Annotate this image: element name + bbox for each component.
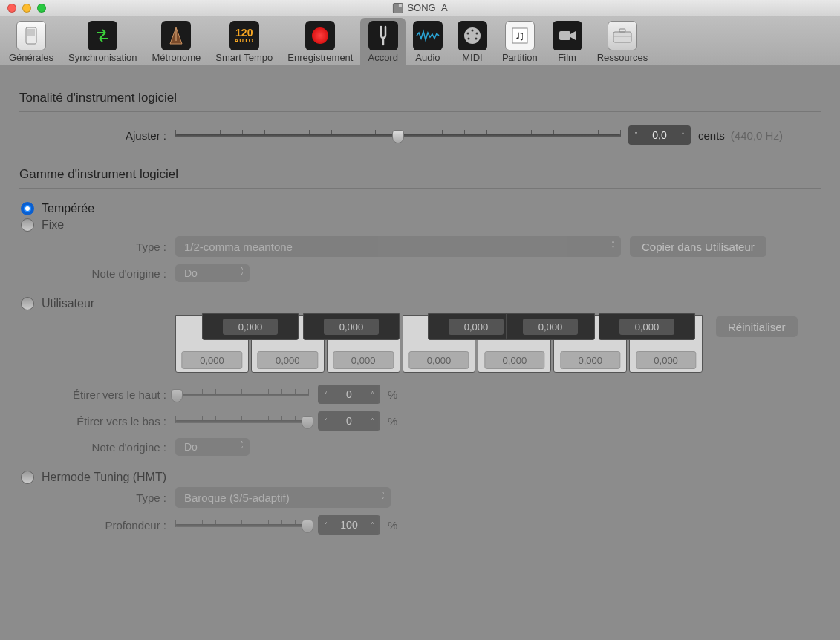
depth-stepper[interactable]: ˅ 100 ˄ xyxy=(318,515,380,535)
stepper-up-icon[interactable]: ˄ xyxy=(368,521,377,529)
freq-readout: (440,0 Hz) xyxy=(731,129,783,142)
svg-rect-13 xyxy=(619,29,625,32)
film-camera-icon xyxy=(553,21,582,50)
stepper-down-icon[interactable]: ˅ xyxy=(321,391,331,399)
stepper-up-icon[interactable]: ˄ xyxy=(678,131,688,140)
tab-enregistrement[interactable]: Enregistrement xyxy=(280,18,360,65)
depth-label: Profondeur : xyxy=(19,519,175,532)
svg-point-7 xyxy=(467,38,469,40)
section-title-tonalite: Tonalité d'instrument logiciel xyxy=(19,91,821,105)
titlebar: SONG_A xyxy=(0,0,840,16)
black-key[interactable]: 0,000 xyxy=(303,313,400,340)
zoom-window-button[interactable] xyxy=(37,4,46,13)
reset-button[interactable]: Réinitialiser xyxy=(716,316,798,337)
window-title: SONG_A xyxy=(407,2,447,13)
black-key[interactable]: 0,000 xyxy=(506,313,595,340)
section-title-gamme: Gamme d'instrument logiciel xyxy=(19,167,821,182)
score-icon: ♫ xyxy=(505,21,535,50)
svg-rect-1 xyxy=(27,29,35,36)
chevron-updown-icon: ˄˅ xyxy=(611,241,615,252)
tab-generales[interactable]: Générales xyxy=(1,18,61,65)
root-note-2-select[interactable]: Do ˄˅ xyxy=(175,438,250,456)
radio-fixe[interactable] xyxy=(21,218,34,232)
black-key[interactable]: 0,000 xyxy=(599,313,695,340)
black-key[interactable]: 0,000 xyxy=(202,313,299,340)
tab-metronome[interactable]: Métronome xyxy=(144,18,208,65)
tempo-icon: 120 AUTO xyxy=(229,21,259,50)
adjust-stepper[interactable]: ˅ 0,0 ˄ xyxy=(628,125,691,145)
tab-partition[interactable]: ♫ Partition xyxy=(495,18,545,65)
stepper-up-icon[interactable]: ˄ xyxy=(368,417,377,425)
audio-waveform-icon xyxy=(413,21,443,50)
stretch-down-stepper[interactable]: ˅ 0 ˄ xyxy=(318,411,380,431)
svg-rect-12 xyxy=(613,32,631,42)
stepper-down-icon[interactable]: ˅ xyxy=(631,131,641,140)
tab-synchronisation[interactable]: Synchronisation xyxy=(61,18,145,65)
tab-midi[interactable]: MIDI xyxy=(450,18,495,65)
root-note-select[interactable]: Do ˄˅ xyxy=(175,264,250,282)
stretch-up-stepper[interactable]: ˅ 0 ˄ xyxy=(318,385,380,404)
tab-accord[interactable]: Accord xyxy=(360,18,405,65)
toolbar: Générales Synchronisation Métronome 120 … xyxy=(0,16,840,65)
record-icon xyxy=(305,21,335,50)
adjust-slider[interactable] xyxy=(175,128,621,143)
stretch-down-slider[interactable] xyxy=(175,414,309,428)
svg-rect-11 xyxy=(559,31,570,40)
stepper-down-icon[interactable]: ˅ xyxy=(321,417,331,425)
switch-icon xyxy=(16,21,46,50)
svg-point-6 xyxy=(475,33,478,35)
metronome-icon xyxy=(161,21,191,50)
tab-ressources[interactable]: Ressources xyxy=(590,18,656,65)
copy-user-button[interactable]: Copier dans Utilisateur xyxy=(630,236,766,257)
stepper-down-icon[interactable]: ˅ xyxy=(321,521,331,529)
type-label: Type : xyxy=(19,241,175,253)
stretch-up-slider[interactable] xyxy=(175,387,309,402)
svg-point-5 xyxy=(466,33,469,35)
close-window-button[interactable] xyxy=(7,4,16,13)
tuning-fork-icon xyxy=(368,21,398,50)
root-note-label: Note d'origine : xyxy=(19,267,175,280)
stepper-up-icon[interactable]: ˄ xyxy=(368,391,377,399)
depth-slider[interactable] xyxy=(175,517,309,532)
hmt-type-label: Type : xyxy=(19,492,175,504)
radio-utilisateur[interactable] xyxy=(21,297,34,310)
svg-text:♫: ♫ xyxy=(515,28,525,43)
midi-icon xyxy=(458,21,487,50)
radio-temperee[interactable] xyxy=(21,202,34,215)
svg-point-4 xyxy=(471,30,473,32)
stretch-up-label: Étirer vers le haut : xyxy=(19,388,175,401)
minimize-window-button[interactable] xyxy=(22,4,31,13)
stretch-down-label: Étirer vers le bas : xyxy=(19,415,175,428)
tab-smart-tempo[interactable]: 120 AUTO Smart Tempo xyxy=(208,18,280,65)
briefcase-icon xyxy=(608,21,637,50)
adjust-label: Ajuster : xyxy=(19,129,175,142)
root-note-2-label: Note d'origine : xyxy=(19,441,175,454)
document-icon xyxy=(392,3,403,13)
radio-hermode[interactable] xyxy=(21,471,34,484)
sync-icon xyxy=(88,21,117,50)
tab-film[interactable]: Film xyxy=(545,18,590,65)
type-select[interactable]: 1/2-comma meantone ˄˅ xyxy=(175,236,621,257)
hmt-type-select[interactable]: Baroque (3/5-adaptif) ˄˅ xyxy=(175,487,391,508)
chevron-updown-icon: ˄˅ xyxy=(240,268,244,278)
chevron-updown-icon: ˄˅ xyxy=(240,442,244,452)
svg-point-8 xyxy=(475,38,477,40)
chevron-updown-icon: ˄˅ xyxy=(381,492,385,503)
cents-unit: cents xyxy=(698,129,725,142)
tab-audio[interactable]: Audio xyxy=(406,18,450,65)
keyboard-tuning[interactable]: 0,000 0,000 0,000 0,000 0,000 0,000 0,00… xyxy=(175,313,703,373)
